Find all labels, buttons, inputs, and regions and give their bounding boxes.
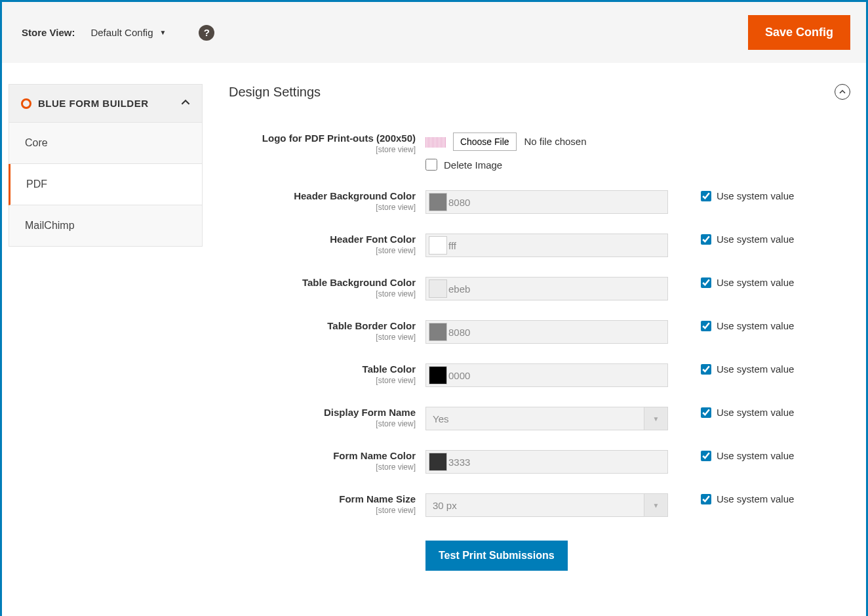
color-swatch	[429, 323, 447, 341]
sidebar-item-mailchimp[interactable]: MailChimp	[9, 205, 203, 247]
scope-label: [store view]	[229, 289, 416, 298]
color-value: 0000	[448, 370, 470, 381]
select-value: 30 px	[433, 500, 457, 511]
caret-down-icon: ▼	[644, 494, 667, 516]
color-swatch	[429, 279, 447, 298]
scope-label: [store view]	[229, 203, 416, 212]
use-system-label[interactable]: Use system value	[717, 190, 794, 201]
sidebar-group-title: BLUE FORM BUILDER	[38, 98, 149, 109]
scope-label: [store view]	[229, 246, 416, 255]
table-color-input: 0000	[425, 363, 668, 387]
sidebar-item-label: Core	[25, 137, 48, 148]
scope-label: [store view]	[229, 376, 416, 385]
delete-image-checkbox[interactable]	[425, 159, 437, 171]
top-toolbar: Store View: Default Config ▼ ? Save Conf…	[2, 2, 868, 63]
color-value: 3333	[448, 457, 470, 468]
content-area: Design Settings Logo for PDF Print-outs …	[203, 63, 863, 590]
use-system-checkbox[interactable]	[701, 407, 711, 418]
color-swatch	[429, 236, 447, 255]
use-system-label[interactable]: Use system value	[717, 450, 794, 461]
form-name-color-input: 3333	[425, 450, 668, 474]
use-system-checkbox[interactable]	[701, 451, 711, 461]
use-system-checkbox[interactable]	[701, 191, 711, 201]
sidebar-item-pdf[interactable]: PDF	[9, 164, 203, 205]
scope-label: [store view]	[229, 506, 416, 515]
field-label: Table Background Color	[302, 277, 416, 288]
sidebar-item-label: MailChimp	[25, 220, 75, 231]
field-label: Table Border Color	[327, 320, 416, 331]
select-value: Yes	[433, 413, 448, 424]
delete-image-label: Delete Image	[444, 159, 502, 171]
field-label: Display Form Name	[324, 407, 416, 418]
use-system-label[interactable]: Use system value	[717, 363, 794, 375]
test-print-submissions-button[interactable]: Test Print Submissions	[425, 541, 568, 571]
use-system-label[interactable]: Use system value	[717, 493, 794, 504]
store-view-dropdown[interactable]: Default Config ▼	[90, 27, 166, 38]
save-config-button[interactable]: Save Config	[748, 15, 850, 50]
color-value: ebeb	[448, 283, 470, 295]
file-status-text: No file chosen	[524, 136, 586, 147]
section-title: Design Settings	[229, 85, 321, 100]
header-font-color-input: fff	[425, 234, 668, 257]
sidebar-item-label: PDF	[26, 178, 47, 190]
field-label: Form Name Size	[339, 493, 416, 504]
caret-down-icon: ▼	[159, 29, 166, 36]
field-label: Table Color	[363, 363, 416, 375]
scope-label: [store view]	[229, 419, 416, 428]
scope-label: [store view]	[229, 462, 416, 472]
form-name-size-select: 30 px ▼	[425, 493, 668, 517]
choose-file-button[interactable]: Choose File	[453, 133, 517, 151]
help-icon[interactable]: ?	[199, 25, 214, 41]
store-view-value: Default Config	[90, 27, 153, 38]
use-system-checkbox[interactable]	[701, 494, 711, 504]
field-label: Header Background Color	[294, 190, 416, 201]
sidebar-group-blue-form-builder[interactable]: BLUE FORM BUILDER	[9, 84, 203, 123]
use-system-checkbox[interactable]	[701, 234, 711, 245]
scope-label: [store view]	[229, 145, 416, 154]
header-bg-color-input: 8080	[425, 190, 668, 214]
table-bg-color-input: ebeb	[425, 277, 668, 300]
use-system-label[interactable]: Use system value	[717, 234, 794, 245]
use-system-checkbox[interactable]	[701, 364, 711, 375]
display-form-name-select: Yes ▼	[425, 407, 668, 430]
ring-icon	[21, 98, 31, 109]
color-swatch	[429, 453, 447, 471]
color-value: fff	[448, 240, 456, 251]
color-value: 8080	[448, 197, 470, 208]
field-label: Form Name Color	[333, 450, 416, 461]
table-border-color-input: 8080	[425, 320, 668, 344]
caret-down-icon: ▼	[644, 407, 667, 430]
sidebar-item-core[interactable]: Core	[9, 123, 203, 164]
use-system-checkbox[interactable]	[701, 277, 711, 288]
section-collapse-button[interactable]	[835, 84, 850, 100]
color-swatch	[429, 193, 447, 211]
scope-label: [store view]	[229, 333, 416, 342]
use-system-label[interactable]: Use system value	[717, 320, 794, 331]
store-view-label: Store View:	[22, 27, 75, 38]
use-system-checkbox[interactable]	[701, 321, 711, 331]
field-label: Header Font Color	[330, 234, 416, 245]
chevron-up-icon	[181, 98, 190, 109]
logo-thumbnail[interactable]	[425, 137, 446, 148]
config-sidebar: BLUE FORM BUILDER Core PDF MailChimp	[9, 84, 203, 590]
use-system-label[interactable]: Use system value	[717, 277, 794, 288]
color-swatch	[429, 366, 447, 384]
color-value: 8080	[448, 327, 470, 338]
use-system-label[interactable]: Use system value	[717, 407, 794, 418]
field-label: Logo for PDF Print-outs (200x50)	[262, 133, 416, 144]
